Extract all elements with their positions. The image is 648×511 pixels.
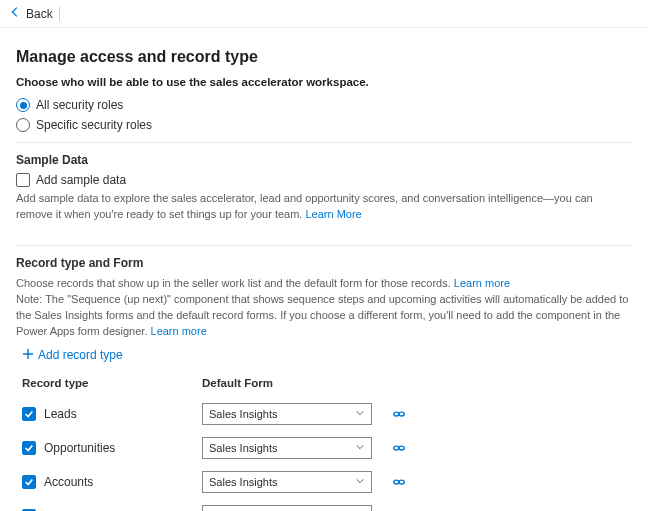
back-label: Back: [26, 7, 53, 21]
checkbox-unchecked-icon: [16, 173, 30, 187]
default-form-select[interactable]: Sales Insights: [202, 471, 372, 493]
sample-data-title: Sample Data: [16, 153, 632, 167]
col-header-record-type: Record type: [22, 377, 202, 389]
record-type-label: Accounts: [44, 475, 93, 489]
table-row: OpportunitiesSales Insights: [16, 431, 632, 465]
role-option-all[interactable]: All security roles: [16, 98, 632, 112]
chevron-down-icon: [355, 408, 365, 420]
record-type-help2-text: Note: The "Sequence (up next)" component…: [16, 293, 628, 337]
page-title: Manage access and record type: [16, 48, 632, 66]
col-header-default-form: Default Form: [202, 377, 402, 389]
svg-point-0: [394, 412, 399, 416]
checkbox-checked-icon[interactable]: [22, 407, 36, 421]
record-type-help1-text: Choose records that show up in the selle…: [16, 277, 454, 289]
role-option-all-label: All security roles: [36, 98, 123, 112]
default-form-value: Sales Insights: [209, 442, 277, 454]
radio-selected-icon: [16, 98, 30, 112]
default-form-select[interactable]: Sales Insights: [202, 505, 372, 511]
radio-unselected-icon: [16, 118, 30, 132]
svg-point-4: [394, 480, 399, 484]
chevron-down-icon: [355, 442, 365, 454]
link-icon[interactable]: [392, 407, 406, 421]
record-type-title: Record type and Form: [16, 256, 632, 270]
svg-point-5: [399, 480, 404, 484]
svg-point-2: [394, 446, 399, 450]
plus-icon: [22, 348, 34, 363]
back-arrow-icon: [8, 5, 22, 22]
back-button[interactable]: Back: [8, 5, 53, 22]
svg-point-1: [399, 412, 404, 416]
link-icon[interactable]: [392, 441, 406, 455]
add-sample-data-checkbox[interactable]: Add sample data: [16, 173, 632, 187]
page-subtitle: Choose who will be able to use the sales…: [16, 76, 632, 88]
record-type-learn-more-1-link[interactable]: Learn more: [454, 277, 510, 289]
record-type-learn-more-2-link[interactable]: Learn more: [151, 325, 207, 337]
record-type-label: Leads: [44, 407, 77, 421]
svg-point-3: [399, 446, 404, 450]
table-row: ContactsSales Insights: [16, 499, 632, 511]
record-type-help: Choose records that show up in the selle…: [16, 276, 632, 340]
default-form-value: Sales Insights: [209, 476, 277, 488]
chevron-down-icon: [355, 476, 365, 488]
default-form-select[interactable]: Sales Insights: [202, 437, 372, 459]
role-option-specific[interactable]: Specific security roles: [16, 118, 632, 132]
add-record-type-button[interactable]: Add record type: [22, 348, 123, 363]
table-row: LeadsSales Insights: [16, 397, 632, 431]
link-icon[interactable]: [392, 475, 406, 489]
default-form-value: Sales Insights: [209, 408, 277, 420]
topbar-separator: [59, 7, 60, 21]
sample-data-help: Add sample data to explore the sales acc…: [16, 191, 632, 223]
record-type-label: Opportunities: [44, 441, 115, 455]
checkbox-checked-icon[interactable]: [22, 475, 36, 489]
role-option-specific-label: Specific security roles: [36, 118, 152, 132]
add-record-type-label: Add record type: [38, 348, 123, 362]
default-form-select[interactable]: Sales Insights: [202, 403, 372, 425]
sample-data-learn-more-link[interactable]: Learn More: [305, 208, 361, 220]
table-row: AccountsSales Insights: [16, 465, 632, 499]
checkbox-checked-icon[interactable]: [22, 441, 36, 455]
add-sample-data-label: Add sample data: [36, 173, 126, 187]
